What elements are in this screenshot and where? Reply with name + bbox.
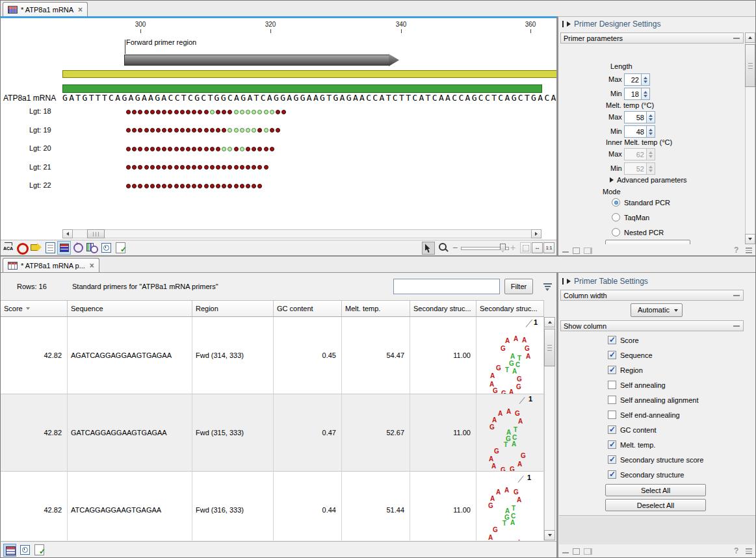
primer-candidate-dot[interactable] bbox=[162, 147, 166, 151]
primer-candidate-dot[interactable] bbox=[281, 110, 286, 114]
primer-candidate-dot[interactable] bbox=[222, 110, 226, 114]
element-info-view-icon[interactable] bbox=[114, 242, 127, 254]
circular-view-icon[interactable] bbox=[16, 242, 29, 254]
primer-candidate-dot[interactable] bbox=[240, 165, 244, 170]
primer-candidate-dot[interactable] bbox=[204, 110, 209, 114]
primer-candidate-dot[interactable] bbox=[126, 184, 131, 188]
primer-candidate-dot[interactable] bbox=[246, 165, 250, 170]
primer-candidate-dot[interactable] bbox=[156, 110, 161, 114]
panel-header-icon[interactable] bbox=[562, 278, 564, 285]
primer-candidate-dot[interactable] bbox=[144, 165, 149, 170]
primer-candidate-dot[interactable] bbox=[192, 147, 196, 151]
show-column-checkbox-secondary-structure[interactable] bbox=[608, 470, 616, 479]
primer-candidate-dot[interactable] bbox=[132, 184, 137, 188]
primer-candidate-dot[interactable] bbox=[132, 110, 137, 114]
primer-candidate-dot[interactable] bbox=[144, 184, 149, 188]
table-row[interactable]: 42.82AGATCAGGAGGAAGTGAGAAFwd (314, 333)0… bbox=[1, 317, 544, 394]
primer-candidate-dot[interactable] bbox=[240, 147, 244, 151]
column-header-melt-temp-[interactable]: Melt. temp. bbox=[342, 301, 410, 316]
primer-candidate-dot[interactable] bbox=[162, 110, 166, 114]
zoom-out-icon[interactable]: − bbox=[452, 242, 458, 253]
column-header-secondary-struc-[interactable]: Secondary struc... bbox=[410, 301, 476, 316]
close-icon[interactable]: × bbox=[90, 262, 94, 269]
primer-candidate-dot[interactable] bbox=[168, 110, 172, 114]
table-structure-view-icon[interactable] bbox=[86, 242, 98, 254]
primer-candidate-dot[interactable] bbox=[240, 128, 244, 133]
primer-candidate-dot[interactable] bbox=[240, 184, 244, 188]
fit-width-button[interactable]: ↔ bbox=[532, 242, 543, 253]
annotation-track-yellow[interactable] bbox=[62, 70, 556, 78]
primer-candidate-dot[interactable] bbox=[198, 128, 202, 133]
filter-input[interactable] bbox=[393, 279, 500, 294]
primer-candidate-dot[interactable] bbox=[198, 165, 202, 170]
show-column-checkbox-self-end-annealing[interactable] bbox=[608, 411, 616, 419]
primer-candidate-dot[interactable] bbox=[216, 110, 220, 114]
primer-candidate-dot[interactable] bbox=[144, 128, 149, 133]
primer-candidate-dot[interactable] bbox=[216, 128, 220, 133]
horizontal-scrollbar[interactable] bbox=[62, 229, 541, 238]
primer-candidate-dot[interactable] bbox=[228, 165, 232, 170]
restore-panel-icon[interactable] bbox=[573, 548, 580, 555]
primer-candidate-dot[interactable] bbox=[132, 147, 137, 151]
primer-candidate-dot[interactable] bbox=[198, 184, 202, 188]
deselect-all-button[interactable]: Deselect All bbox=[605, 499, 706, 511]
primer-candidate-dot[interactable] bbox=[276, 128, 280, 133]
melt-max-input[interactable]: 58 bbox=[624, 111, 647, 123]
primer-candidate-dot[interactable] bbox=[174, 128, 179, 133]
primer-candidate-dot[interactable] bbox=[270, 128, 274, 133]
tab-atp8a1-mrna[interactable]: * ATP8a1 mRNA × bbox=[3, 2, 88, 16]
primer-candidate-dot[interactable] bbox=[174, 184, 179, 188]
melt-min-spinner[interactable] bbox=[647, 125, 655, 138]
column-width-group[interactable]: Column width bbox=[560, 290, 744, 301]
panel-expand-icon[interactable] bbox=[567, 279, 571, 284]
collapse-group-icon[interactable] bbox=[733, 295, 740, 296]
collapse-group-icon[interactable] bbox=[733, 38, 740, 39]
primer-candidate-dot[interactable] bbox=[257, 110, 262, 114]
column-header-gc-content[interactable]: GC content bbox=[274, 301, 342, 316]
length-max-input[interactable]: 22 bbox=[624, 73, 642, 86]
primer-candidate-dot[interactable] bbox=[222, 184, 226, 188]
show-column-checkbox-score[interactable] bbox=[608, 336, 616, 344]
primer-candidate-dot[interactable] bbox=[174, 165, 179, 170]
primer-candidate-dot[interactable] bbox=[150, 165, 155, 170]
primer-designer-view-icon[interactable] bbox=[58, 242, 70, 254]
primer-candidate-dot[interactable] bbox=[204, 128, 209, 133]
primer-candidate-dot[interactable] bbox=[216, 147, 220, 151]
panel-header-icon[interactable] bbox=[562, 21, 564, 27]
panel-scroll-down[interactable] bbox=[745, 234, 755, 244]
dock-panel-icon[interactable] bbox=[584, 548, 592, 555]
show-column-checkbox-self-annealing[interactable] bbox=[608, 381, 616, 389]
primer-candidate-dot[interactable] bbox=[264, 147, 268, 151]
help-icon[interactable]: ? bbox=[734, 246, 738, 255]
primer-candidate-dot[interactable] bbox=[162, 128, 166, 133]
primer-candidate-dot[interactable] bbox=[174, 147, 179, 151]
primer-candidate-dot[interactable] bbox=[204, 184, 209, 188]
primer-candidate-dot[interactable] bbox=[257, 165, 262, 170]
inner-max-input[interactable]: 62 bbox=[624, 148, 647, 160]
show-column-checkbox-sequence[interactable] bbox=[608, 351, 616, 359]
primer-candidate-dot[interactable] bbox=[246, 184, 250, 188]
primer-candidate-dot[interactable] bbox=[150, 128, 155, 133]
select-all-button[interactable]: Select All bbox=[605, 484, 706, 496]
primer-candidate-dot[interactable] bbox=[168, 184, 172, 188]
primer-candidate-dot[interactable] bbox=[126, 128, 131, 133]
history-view-icon[interactable] bbox=[19, 544, 32, 557]
one-to-one-button[interactable]: 1:1 bbox=[543, 242, 554, 253]
primer-candidate-dot[interactable] bbox=[138, 128, 142, 133]
primer-candidate-dot[interactable] bbox=[192, 110, 196, 114]
primer-candidate-dot[interactable] bbox=[144, 110, 149, 114]
show-column-checkbox-melt-temp-[interactable] bbox=[608, 440, 616, 449]
show-column-checkbox-region[interactable] bbox=[608, 366, 616, 374]
melt-max-spinner[interactable] bbox=[647, 111, 655, 123]
column-header-region[interactable]: Region bbox=[192, 301, 274, 316]
primer-candidate-dot[interactable] bbox=[126, 165, 131, 170]
primer-candidate-dot[interactable] bbox=[270, 147, 274, 151]
table-row[interactable]: 42.82GATCAGGAGGAAGTGAGAAFwd (315, 333)0.… bbox=[1, 394, 544, 472]
scroll-right-button[interactable] bbox=[531, 229, 541, 238]
primer-candidate-dot[interactable] bbox=[204, 165, 209, 170]
primer-candidate-dot[interactable] bbox=[174, 110, 179, 114]
primer-candidate-dot[interactable] bbox=[234, 147, 239, 151]
primer-candidate-dot[interactable] bbox=[252, 184, 256, 188]
show-column-checkbox-gc-content[interactable] bbox=[608, 425, 616, 434]
close-icon[interactable]: × bbox=[78, 6, 83, 13]
